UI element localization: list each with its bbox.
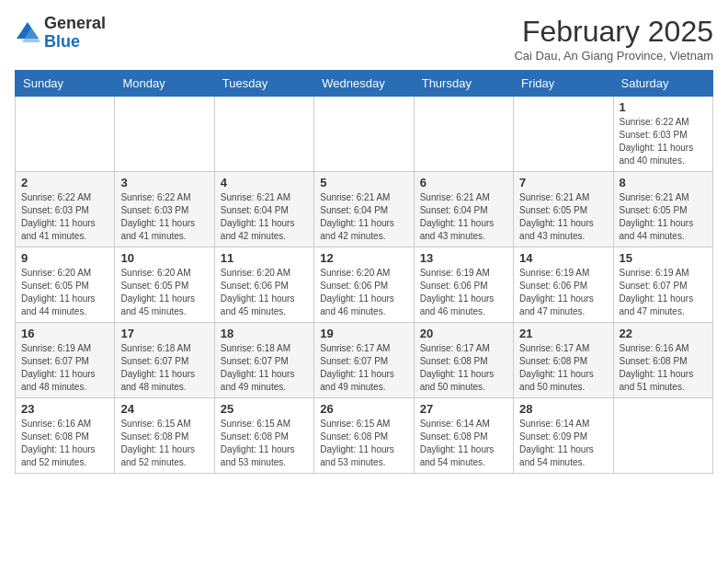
calendar-cell: 9Sunrise: 6:20 AM Sunset: 6:05 PM Daylig… (16, 247, 115, 323)
calendar-cell: 17Sunrise: 6:18 AM Sunset: 6:07 PM Dayli… (115, 323, 214, 398)
page-header: General Blue February 2025 Cai Dau, An G… (15, 15, 713, 63)
day-number: 3 (120, 176, 208, 190)
day-info: Sunrise: 6:21 AM Sunset: 6:05 PM Dayligh… (519, 191, 607, 243)
day-info: Sunrise: 6:21 AM Sunset: 6:04 PM Dayligh… (420, 191, 507, 243)
calendar-cell: 23Sunrise: 6:16 AM Sunset: 6:08 PM Dayli… (16, 398, 115, 474)
day-info: Sunrise: 6:22 AM Sunset: 6:03 PM Dayligh… (620, 116, 707, 167)
day-number: 1 (620, 100, 707, 114)
calendar-cell: 28Sunrise: 6:14 AM Sunset: 6:09 PM Dayli… (514, 398, 613, 474)
calendar-week-2: 2Sunrise: 6:22 AM Sunset: 6:03 PM Daylig… (16, 172, 713, 247)
calendar-week-1: 1Sunrise: 6:22 AM Sunset: 6:03 PM Daylig… (16, 97, 713, 172)
calendar-week-5: 23Sunrise: 6:16 AM Sunset: 6:08 PM Dayli… (16, 398, 713, 474)
calendar-cell: 1Sunrise: 6:22 AM Sunset: 6:03 PM Daylig… (613, 97, 712, 172)
day-info: Sunrise: 6:15 AM Sunset: 6:08 PM Dayligh… (221, 418, 308, 469)
day-number: 12 (320, 251, 407, 265)
day-info: Sunrise: 6:14 AM Sunset: 6:09 PM Dayligh… (519, 418, 607, 469)
calendar-cell: 8Sunrise: 6:21 AM Sunset: 6:05 PM Daylig… (613, 172, 712, 247)
calendar-cell: 11Sunrise: 6:20 AM Sunset: 6:06 PM Dayli… (214, 247, 313, 323)
calendar-cell (214, 97, 313, 172)
weekday-header-sunday: Sunday (16, 71, 115, 97)
day-info: Sunrise: 6:19 AM Sunset: 6:06 PM Dayligh… (519, 267, 607, 318)
day-number: 2 (21, 176, 108, 190)
day-number: 5 (320, 176, 407, 190)
day-number: 24 (120, 402, 208, 416)
day-info: Sunrise: 6:15 AM Sunset: 6:08 PM Dayligh… (320, 418, 407, 469)
weekday-header-wednesday: Wednesday (314, 71, 414, 97)
day-number: 23 (21, 402, 108, 416)
day-number: 15 (620, 251, 707, 265)
calendar-cell: 14Sunrise: 6:19 AM Sunset: 6:06 PM Dayli… (514, 247, 613, 323)
title-area: February 2025 Cai Dau, An Giang Province… (514, 15, 713, 63)
weekday-header-monday: Monday (115, 71, 214, 97)
calendar-cell: 25Sunrise: 6:15 AM Sunset: 6:08 PM Dayli… (214, 398, 313, 474)
day-number: 25 (221, 402, 308, 416)
day-number: 20 (420, 327, 507, 340)
day-info: Sunrise: 6:22 AM Sunset: 6:03 PM Dayligh… (120, 191, 208, 243)
calendar-cell (314, 97, 414, 172)
day-info: Sunrise: 6:21 AM Sunset: 6:05 PM Dayligh… (620, 191, 707, 243)
day-number: 13 (420, 251, 507, 265)
calendar-cell: 16Sunrise: 6:19 AM Sunset: 6:07 PM Dayli… (16, 323, 115, 398)
day-number: 14 (519, 251, 607, 265)
day-number: 22 (620, 327, 707, 340)
calendar-cell: 21Sunrise: 6:17 AM Sunset: 6:08 PM Dayli… (514, 323, 613, 398)
logo: General Blue (15, 15, 106, 52)
day-info: Sunrise: 6:17 AM Sunset: 6:08 PM Dayligh… (420, 342, 507, 394)
weekday-header-row: SundayMondayTuesdayWednesdayThursdayFrid… (16, 71, 713, 97)
day-number: 7 (519, 176, 607, 190)
day-info: Sunrise: 6:19 AM Sunset: 6:07 PM Dayligh… (21, 342, 108, 394)
day-info: Sunrise: 6:18 AM Sunset: 6:07 PM Dayligh… (120, 342, 208, 394)
day-info: Sunrise: 6:21 AM Sunset: 6:04 PM Dayligh… (221, 191, 308, 243)
calendar-cell: 19Sunrise: 6:17 AM Sunset: 6:07 PM Dayli… (314, 323, 414, 398)
calendar-cell: 13Sunrise: 6:19 AM Sunset: 6:06 PM Dayli… (414, 247, 513, 323)
day-number: 19 (320, 327, 407, 340)
day-info: Sunrise: 6:20 AM Sunset: 6:06 PM Dayligh… (221, 267, 308, 318)
logo-blue: Blue (44, 33, 106, 52)
calendar-cell: 15Sunrise: 6:19 AM Sunset: 6:07 PM Dayli… (613, 247, 712, 323)
calendar-cell: 22Sunrise: 6:16 AM Sunset: 6:08 PM Dayli… (613, 323, 712, 398)
day-number: 17 (120, 327, 208, 340)
day-number: 8 (620, 176, 707, 190)
weekday-header-saturday: Saturday (613, 71, 712, 97)
day-number: 10 (120, 251, 208, 265)
day-info: Sunrise: 6:18 AM Sunset: 6:07 PM Dayligh… (221, 342, 308, 394)
calendar-cell: 4Sunrise: 6:21 AM Sunset: 6:04 PM Daylig… (214, 172, 313, 247)
location-subtitle: Cai Dau, An Giang Province, Vietnam (514, 49, 713, 63)
logo-general: General (44, 15, 106, 33)
day-info: Sunrise: 6:20 AM Sunset: 6:05 PM Dayligh… (21, 267, 108, 318)
logo-text: General Blue (44, 15, 106, 52)
month-title: February 2025 (514, 15, 713, 49)
calendar-cell (16, 97, 115, 172)
calendar-week-3: 9Sunrise: 6:20 AM Sunset: 6:05 PM Daylig… (16, 247, 713, 323)
day-number: 9 (21, 251, 108, 265)
day-number: 11 (221, 251, 308, 265)
calendar-cell: 27Sunrise: 6:14 AM Sunset: 6:08 PM Dayli… (414, 398, 513, 474)
day-info: Sunrise: 6:16 AM Sunset: 6:08 PM Dayligh… (21, 418, 108, 469)
calendar-cell (414, 97, 513, 172)
calendar-cell: 24Sunrise: 6:15 AM Sunset: 6:08 PM Dayli… (115, 398, 214, 474)
weekday-header-tuesday: Tuesday (214, 71, 313, 97)
calendar-cell: 2Sunrise: 6:22 AM Sunset: 6:03 PM Daylig… (16, 172, 115, 247)
day-number: 4 (221, 176, 308, 190)
day-number: 28 (519, 402, 607, 416)
day-number: 27 (420, 402, 507, 416)
calendar-cell (115, 97, 214, 172)
day-number: 6 (420, 176, 507, 190)
day-info: Sunrise: 6:19 AM Sunset: 6:06 PM Dayligh… (420, 267, 507, 318)
day-info: Sunrise: 6:20 AM Sunset: 6:06 PM Dayligh… (320, 267, 407, 318)
day-number: 18 (221, 327, 308, 340)
calendar-cell: 6Sunrise: 6:21 AM Sunset: 6:04 PM Daylig… (414, 172, 513, 247)
calendar-cell: 3Sunrise: 6:22 AM Sunset: 6:03 PM Daylig… (115, 172, 214, 247)
logo-icon (15, 20, 40, 46)
weekday-header-friday: Friday (514, 71, 613, 97)
calendar-week-4: 16Sunrise: 6:19 AM Sunset: 6:07 PM Dayli… (16, 323, 713, 398)
day-info: Sunrise: 6:16 AM Sunset: 6:08 PM Dayligh… (620, 342, 707, 394)
calendar-cell: 5Sunrise: 6:21 AM Sunset: 6:04 PM Daylig… (314, 172, 414, 247)
day-number: 26 (320, 402, 407, 416)
day-info: Sunrise: 6:17 AM Sunset: 6:07 PM Dayligh… (320, 342, 407, 394)
calendar-cell: 18Sunrise: 6:18 AM Sunset: 6:07 PM Dayli… (214, 323, 313, 398)
calendar-cell: 10Sunrise: 6:20 AM Sunset: 6:05 PM Dayli… (115, 247, 214, 323)
weekday-header-thursday: Thursday (414, 71, 513, 97)
day-number: 16 (21, 327, 108, 340)
day-info: Sunrise: 6:17 AM Sunset: 6:08 PM Dayligh… (519, 342, 607, 394)
